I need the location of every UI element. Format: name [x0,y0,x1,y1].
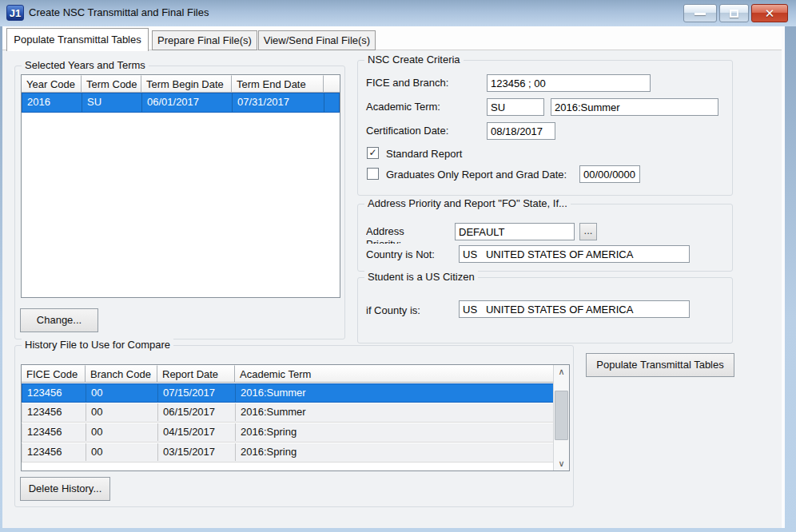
history-group-label: History File to Use for Compare [22,339,173,351]
close-button[interactable]: ✕ [751,4,788,22]
title-bar: J1 Create NSC Transmittal and Final File… [0,0,796,26]
close-icon: ✕ [765,6,775,20]
column-header-fice-code[interactable]: FICE Code [22,365,86,383]
cell-year-code: 2016 [22,93,82,112]
scroll-down-button[interactable]: ∨ [554,457,569,470]
cell-academic-term: 2016:Spring [236,423,553,441]
address-priority-field[interactable] [455,223,575,240]
column-header-academic-term[interactable]: Academic Term [235,365,554,383]
cell-term-begin-date: 06/01/2017 [142,93,233,112]
column-header-term-end-date[interactable]: Term End Date [232,75,324,93]
checkmark-icon: ✓ [368,147,376,158]
cell-branch-code: 00 [86,443,158,461]
if-county-is-label: if County is: [366,304,420,316]
cell-branch-code: 00 [86,403,158,421]
certification-date-label: Certification Date: [366,125,448,137]
graduates-only-label: Graduates Only Report and Grad Date: [386,169,567,181]
cell-term-end-date: 07/31/2017 [233,93,324,112]
history-table: FICE Code Branch Code Report Date Academ… [21,364,570,471]
us-citizen-group-label: Student is a US Citizen [364,271,478,283]
cell-academic-term: 2016:Spring [236,443,553,461]
minimize-button[interactable] [683,4,717,22]
history-scrollbar[interactable]: ∧ ∨ [553,365,569,470]
cell-report-date: 06/15/2017 [158,403,236,421]
populate-transmittal-tables-button[interactable]: Populate Transmittal Tables [586,353,734,377]
minimize-icon [695,13,706,15]
cell-academic-term: 2016:Summer [236,403,553,421]
fice-and-branch-field[interactable] [487,74,651,92]
address-priority-group: Address Priority and Report "FO" State, … [357,204,733,272]
history-table-content: FICE Code Branch Code Report Date Academ… [22,365,554,470]
cell-branch-code: 00 [86,423,158,441]
maximize-button[interactable] [719,4,749,22]
country-is-not-field[interactable] [459,245,690,263]
tab-view-send-final-files[interactable]: View/Send Final File(s) [258,30,376,50]
maximize-icon [730,10,738,18]
address-priority-browse-button[interactable]: ... [579,223,597,240]
academic-term-code-field[interactable] [487,98,544,116]
scroll-down-icon: ∨ [558,459,564,468]
fice-and-branch-label: FICE and Branch: [366,77,448,89]
if-county-is-field[interactable] [459,300,690,318]
column-header-branch-code[interactable]: Branch Code [86,365,157,383]
country-is-not-label: Country is Not: [366,248,435,260]
selected-years-header-row: Year Code Term Code Term Begin Date Term… [22,75,340,93]
cell-filler [324,93,339,112]
certification-date-field[interactable] [487,122,555,140]
selected-years-table: Year Code Term Code Term Begin Date Term… [21,74,340,298]
delete-history-button[interactable]: Delete History... [20,477,110,501]
column-header-term-code[interactable]: Term Code [82,75,141,93]
cell-report-date: 04/15/2017 [158,423,236,441]
column-header-year-code[interactable]: Year Code [22,75,82,93]
application-window: J1 Create NSC Transmittal and Final File… [0,0,796,532]
scrollbar-thumb[interactable] [555,391,568,440]
column-header-filler [324,75,340,93]
graduates-only-checkbox[interactable] [367,168,379,180]
table-row[interactable]: 123456 00 04/15/2017 2016:Spring [22,423,554,443]
us-citizen-group: Student is a US Citizen if County is: [357,277,733,343]
table-row[interactable]: 123456 00 06/15/2017 2016:Summer [22,403,554,423]
cell-branch-code: 00 [86,384,158,402]
table-row[interactable]: 123456 00 07/15/2017 2016:Summer [22,383,554,403]
cell-report-date: 07/15/2017 [158,384,236,402]
selected-years-group-label: Selected Years and Terms [22,59,149,71]
table-row[interactable]: 123456 00 03/15/2017 2016:Spring [22,443,554,463]
cell-academic-term: 2016:Summer [236,384,553,402]
change-button[interactable]: Change... [20,308,98,332]
tab-strip: Populate Transmittal Tables Prepare Fina… [2,26,782,50]
nsc-create-criteria-group-label: NSC Create Criteria [364,54,464,66]
cell-report-date: 03/15/2017 [158,443,236,461]
column-header-term-begin-date[interactable]: Term Begin Date [141,75,232,93]
cell-fice-code: 123456 [22,423,86,441]
address-priority-group-label: Address Priority and Report "FO" State, … [364,197,571,209]
cell-fice-code: 123456 [22,443,86,461]
tab-populate-transmittal-tables[interactable]: Populate Transmittal Tables [6,28,149,51]
cell-fice-code: 123456 [22,403,86,421]
scroll-up-icon: ∧ [558,367,564,376]
nsc-create-criteria-group: NSC Create Criteria FICE and Branch: Aca… [357,60,733,196]
app-logo-icon: J1 [6,5,24,21]
grad-date-field[interactable] [579,165,640,183]
tab-prepare-final-files[interactable]: Prepare Final File(s) [152,30,257,50]
address-priority-label: AddressPriority: [366,225,446,244]
cell-fice-code: 123456 [22,384,86,402]
history-header-row: FICE Code Branch Code Report Date Academ… [22,365,554,383]
window-title: Create NSC Transmittal and Final Files [29,6,209,18]
selected-years-group: Selected Years and Terms Year Code Term … [14,66,345,339]
standard-report-label: Standard Report [386,148,462,160]
academic-term-description-field[interactable] [551,98,718,116]
standard-report-checkbox[interactable]: ✓ [367,147,379,159]
table-row[interactable]: 2016 SU 06/01/2017 07/31/2017 [22,93,340,113]
academic-term-label: Academic Term: [366,101,440,113]
scroll-up-button[interactable]: ∧ [554,365,569,379]
cell-term-code: SU [82,93,142,112]
column-header-report-date[interactable]: Report Date [157,365,235,383]
client-area: Populate Transmittal Tables Prepare Fina… [2,26,785,528]
